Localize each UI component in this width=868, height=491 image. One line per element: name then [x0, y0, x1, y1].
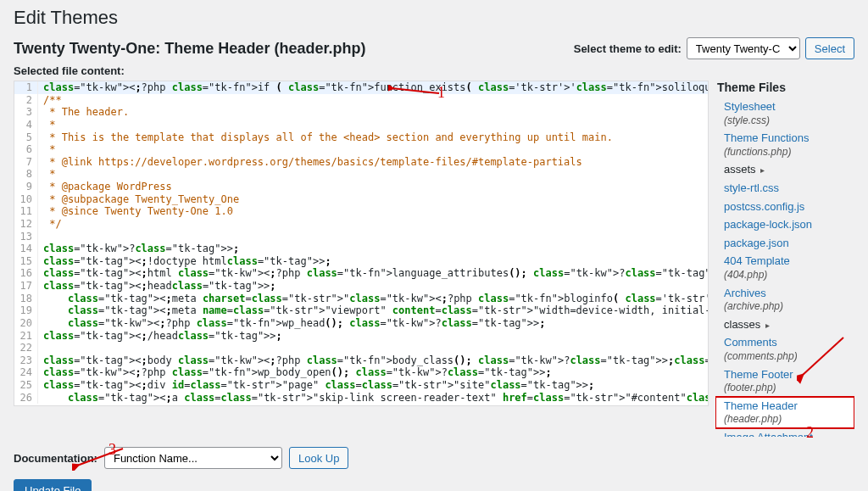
code-line[interactable]: 26 class="tk-tag"><;a class=class="tk-st… — [14, 392, 708, 405]
code-line[interactable]: 4 * — [14, 119, 708, 131]
code-line[interactable]: 14class="tk-kw">?class="tk-tag">>; — [14, 243, 708, 255]
code-line[interactable]: 1class="tk-kw"><;?php class="tk-fn">if (… — [14, 81, 708, 94]
code-content: class="tk-tag"><;html class="tk-kw"><;?p… — [38, 267, 708, 280]
theme-file[interactable]: package-lock.json — [715, 215, 854, 234]
code-line[interactable]: 12 */ — [14, 218, 708, 231]
theme-file[interactable]: Theme Functions(functions.php) — [715, 129, 854, 160]
theme-files-heading: Theme Files — [715, 81, 854, 94]
theme-file[interactable]: Theme Header(header.php) — [715, 397, 854, 428]
line-number: 16 — [14, 267, 38, 280]
code-content: * @since Twenty Twenty-One 1.0 — [38, 205, 233, 218]
code-content: class="tk-kw"><;?php class="tk-fn">wp_bo… — [38, 366, 552, 379]
line-number: 26 — [14, 392, 38, 405]
code-line[interactable]: 2/** — [14, 94, 708, 107]
update-file-button[interactable]: Update File — [14, 479, 92, 491]
line-number: 3 — [14, 106, 38, 119]
line-number: 17 — [14, 280, 38, 293]
code-line[interactable]: 19 class="tk-tag"><;meta name=class="tk-… — [14, 304, 708, 317]
code-line[interactable]: 6 * — [14, 143, 708, 156]
theme-file[interactable]: Comments(comments.php) — [715, 333, 854, 365]
code-content — [38, 231, 43, 243]
code-content: class="tk-tag"><;!doctype htmlclass="tk-… — [38, 255, 331, 268]
page-title: Edit Themes — [14, 7, 854, 29]
line-number: 25 — [14, 379, 38, 392]
code-content: class="tk-tag"><;/headclass="tk-tag">>; — [38, 330, 282, 343]
line-number: 6 — [14, 143, 38, 156]
code-content: * — [38, 143, 55, 156]
line-number: 24 — [14, 366, 38, 379]
code-content: class="tk-tag"><;meta name=class="tk-str… — [38, 304, 708, 317]
line-number: 7 — [14, 156, 38, 169]
line-number: 23 — [14, 354, 38, 367]
code-line[interactable]: 18 class="tk-tag"><;meta charset=class="… — [14, 293, 708, 305]
line-number: 4 — [14, 119, 38, 131]
line-number: 10 — [14, 193, 38, 206]
theme-file[interactable]: style-rtl.css — [715, 179, 854, 198]
code-content: class="tk-tag"><;body class="tk-kw"><;?p… — [38, 354, 708, 367]
code-content: class="tk-tag"><;div id=class="tk-str">"… — [38, 379, 594, 392]
code-content: * @package WordPress — [38, 181, 172, 193]
line-number: 12 — [14, 218, 38, 231]
code-content — [38, 342, 43, 354]
theme-file[interactable]: postcss.config.js — [715, 198, 854, 216]
annotation-3: 3 — [108, 441, 116, 459]
function-name-select[interactable]: Function Name... — [104, 447, 282, 469]
lookup-button[interactable]: Look Up — [289, 447, 348, 469]
code-line[interactable]: 11 * @since Twenty Twenty-One 1.0 — [14, 205, 708, 218]
theme-select[interactable]: Twenty Twenty-C — [687, 37, 800, 59]
code-line[interactable]: 16class="tk-tag"><;html class="tk-kw"><;… — [14, 267, 708, 280]
line-number: 5 — [14, 131, 38, 144]
code-line[interactable]: 5 * This is the template that displays a… — [14, 131, 708, 144]
line-number: 14 — [14, 243, 38, 255]
code-content: * @link https://developer.wordpress.org/… — [38, 156, 582, 169]
code-line[interactable]: 20 class="tk-kw"><;?php class="tk-fn">wp… — [14, 317, 708, 330]
theme-folder[interactable]: classes ▸ — [715, 315, 854, 334]
line-number: 2 — [14, 94, 38, 107]
theme-file[interactable]: package.json — [715, 234, 854, 253]
code-content: class="tk-kw">?class="tk-tag">>; — [38, 243, 239, 255]
code-line[interactable]: 23class="tk-tag"><;body class="tk-kw"><;… — [14, 354, 708, 367]
code-content: * This is the template that displays all… — [38, 131, 613, 144]
code-content: * The header. — [38, 106, 129, 119]
code-line[interactable]: 9 * @package WordPress — [14, 181, 708, 193]
code-content: */ — [38, 218, 62, 231]
code-content: * — [38, 119, 55, 131]
code-line[interactable]: 15class="tk-tag"><;!doctype htmlclass="t… — [14, 255, 708, 268]
line-number: 11 — [14, 205, 38, 218]
line-number: 20 — [14, 317, 38, 330]
documentation-label: Documentation: — [14, 452, 97, 465]
code-line[interactable]: 25class="tk-tag"><;div id=class="tk-str"… — [14, 379, 708, 392]
theme-file[interactable]: Stylesheet(style.css) — [715, 98, 854, 129]
line-number: 18 — [14, 293, 38, 305]
code-line[interactable]: 21class="tk-tag"><;/headclass="tk-tag">>… — [14, 330, 708, 343]
line-number: 9 — [14, 181, 38, 193]
select-theme-label: Select theme to edit: — [574, 42, 682, 55]
theme-file[interactable]: Theme Footer(footer.php) — [715, 365, 854, 397]
line-number: 21 — [14, 330, 38, 343]
theme-folder[interactable]: assets ▸ — [715, 160, 854, 179]
code-content: class="tk-tag"><;a class=class="tk-str">… — [38, 392, 708, 405]
code-line[interactable]: 10 * @subpackage Twenty_Twenty_One — [14, 193, 708, 206]
line-number: 8 — [14, 168, 38, 181]
code-editor[interactable]: 1class="tk-kw"><;?php class="tk-fn">if (… — [14, 81, 709, 406]
code-line[interactable]: 17class="tk-tag"><;headclass="tk-tag">>; — [14, 280, 708, 293]
code-line[interactable]: 3 * The header. — [14, 106, 708, 119]
code-content: class="tk-kw"><;?php class="tk-fn">wp_he… — [38, 317, 546, 330]
line-number: 19 — [14, 304, 38, 317]
file-heading: Twenty Twenty-One: Theme Header (header.… — [14, 40, 365, 58]
code-content: class="tk-tag"><;headclass="tk-tag">>; — [38, 280, 276, 293]
theme-file[interactable]: Archives(archive.php) — [715, 284, 854, 315]
select-button[interactable]: Select — [805, 37, 854, 59]
theme-file[interactable]: 404 Template(404.php) — [715, 252, 854, 283]
code-line[interactable]: 7 * @link https://developer.wordpress.or… — [14, 156, 708, 169]
theme-file[interactable]: Image Attachment Template — [715, 428, 854, 437]
code-line[interactable]: 22 — [14, 342, 708, 354]
code-content: * — [38, 168, 55, 181]
code-line[interactable]: 24class="tk-kw"><;?php class="tk-fn">wp_… — [14, 366, 708, 379]
theme-select-row: Select theme to edit: Twenty Twenty-C Se… — [574, 37, 854, 59]
code-line[interactable]: 13 — [14, 231, 708, 243]
code-line[interactable]: 8 * — [14, 168, 708, 181]
annotation-1: 1 — [437, 84, 445, 102]
annotation-2: 2 — [806, 424, 814, 442]
line-number: 15 — [14, 255, 38, 268]
